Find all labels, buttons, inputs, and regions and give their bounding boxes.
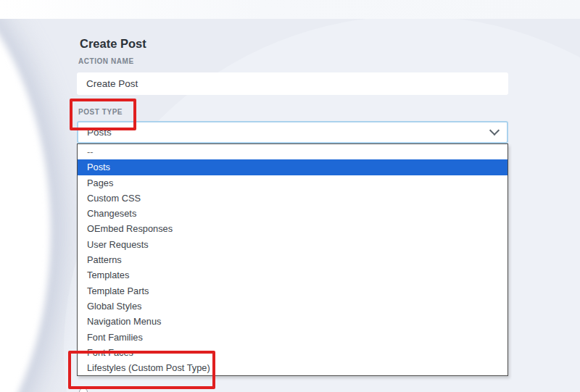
option-patterns[interactable]: Patterns bbox=[78, 252, 508, 267]
option-lifestyles-custom-post-type[interactable]: Lifestyles (Custom Post Type) bbox=[78, 360, 508, 375]
option-font-faces[interactable]: Font Faces bbox=[78, 345, 508, 360]
option-global-styles[interactable]: Global Styles bbox=[78, 299, 508, 314]
option-pages[interactable]: Pages bbox=[78, 175, 508, 191]
post-type-selected-value: Posts bbox=[87, 127, 112, 138]
page-title: Create Post bbox=[80, 37, 146, 51]
option-posts[interactable]: Posts bbox=[78, 159, 508, 175]
action-name-label: ACTION NAME bbox=[78, 57, 134, 65]
option-oembed-responses[interactable]: OEmbed Responses bbox=[78, 221, 508, 236]
option-navigation-menus[interactable]: Navigation Menus bbox=[78, 314, 508, 329]
option-none[interactable]: -- bbox=[78, 144, 508, 159]
background-curve-left bbox=[0, 0, 51, 392]
chevron-down-icon bbox=[489, 125, 500, 135]
post-type-label: POST TYPE bbox=[78, 108, 123, 116]
app-canvas: Create Post ACTION NAME POST TYPE Posts … bbox=[0, 0, 580, 392]
post-type-select[interactable]: Posts bbox=[77, 121, 508, 143]
option-changesets[interactable]: Changesets bbox=[78, 206, 508, 221]
action-name-input[interactable] bbox=[77, 72, 508, 95]
option-user-requests[interactable]: User Requests bbox=[78, 237, 508, 252]
option-template-parts[interactable]: Template Parts bbox=[78, 283, 508, 299]
option-font-families[interactable]: Font Families bbox=[78, 330, 508, 345]
option-templates[interactable]: Templates bbox=[78, 267, 508, 283]
partial-radio-button[interactable] bbox=[79, 388, 88, 392]
option-custom-css[interactable]: Custom CSS bbox=[78, 191, 508, 206]
background-band-top bbox=[0, 0, 580, 19]
post-type-dropdown: -- Posts Pages Custom CSS Changesets OEm… bbox=[77, 143, 508, 376]
